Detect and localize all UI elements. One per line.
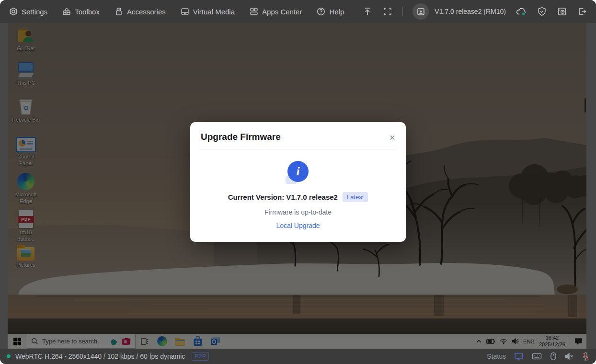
- virtual-media-icon: [180, 7, 190, 16]
- version-row: Current Version: V1.7.0 release2 Latest: [228, 192, 368, 202]
- taskbar-edge-button[interactable]: [153, 334, 171, 349]
- menu-settings[interactable]: Settings: [9, 7, 47, 16]
- menu-help[interactable]: Help: [316, 7, 344, 16]
- p2p-badge: P2P: [192, 352, 209, 361]
- firmware-upgrade-icon: [416, 7, 425, 16]
- desktop-icon-recycle-bin[interactable]: ♻ Recycle Bin: [11, 97, 41, 124]
- battery-icon[interactable]: [486, 339, 495, 344]
- menu-label: Help: [329, 8, 344, 16]
- volume-icon[interactable]: [512, 338, 519, 344]
- taskbar-outlook-button[interactable]: [206, 334, 224, 349]
- statusbar-controls: Status: [487, 352, 589, 361]
- main-menu: Settings Toolbox Accessories Virtual Med…: [9, 7, 344, 16]
- apps-center-icon: [249, 7, 259, 16]
- menu-label: Accessories: [127, 8, 166, 16]
- tray-date: 2025/12/26: [539, 341, 565, 348]
- menu-label: Virtual Media: [193, 8, 235, 16]
- desktop-icon-glinet[interactable]: GL.iNet: [11, 28, 41, 52]
- settings-icon: [9, 7, 18, 16]
- svg-text:♻: ♻: [23, 104, 29, 112]
- toolbox-icon: [62, 7, 71, 16]
- desktop-icon-label: rm10 datas...: [11, 229, 41, 243]
- notification-center-icon[interactable]: [574, 338, 583, 345]
- upload-icon[interactable]: [362, 6, 373, 17]
- dialog-body: i Current Version: V1.7.0 release2 Lates…: [190, 149, 406, 229]
- cloud-status-icon[interactable]: [516, 6, 527, 17]
- stream-info: WebRTC H.264 - 2560x1440 / 102 kbps / 60…: [15, 353, 185, 360]
- dialog-title: Upgrade Firmware: [201, 132, 281, 142]
- stream-status-dot: [7, 354, 11, 358]
- task-view-button[interactable]: [136, 334, 153, 349]
- fullscreen-icon[interactable]: [382, 6, 393, 17]
- topbar: Settings Toolbox Accessories Virtual Med…: [0, 0, 596, 23]
- desktop-icon-edge[interactable]: Microsoft Edge: [11, 173, 41, 205]
- menu-apps-center[interactable]: Apps Center: [249, 7, 302, 16]
- pictures-folder-icon: [17, 247, 34, 261]
- tray-time: 16:42: [539, 335, 565, 341]
- local-upgrade-link[interactable]: Local Upgrade: [276, 222, 320, 229]
- info-icon-wrap: i: [287, 161, 309, 182]
- search-icon: [31, 338, 38, 345]
- pdf-label: PDF: [18, 216, 34, 223]
- taskbar-store-button[interactable]: [189, 334, 206, 349]
- menu-label: Apps Center: [262, 8, 302, 16]
- firmware-version: V1.7.0 release2 (RM10): [435, 8, 506, 15]
- microphone-muted-icon[interactable]: [582, 352, 589, 361]
- topbar-actions: V1.7.0 release2 (RM10): [362, 3, 587, 20]
- tray-clock[interactable]: 16:42 2025/12/26: [539, 335, 565, 348]
- scrollbar-thumb[interactable]: [585, 98, 586, 113]
- tray-divider: [570, 336, 570, 347]
- desktop-icon-pictures[interactable]: Pictures: [11, 247, 41, 269]
- taskbar-explorer-button[interactable]: [171, 334, 189, 349]
- menu-toolbox[interactable]: Toolbox: [62, 7, 100, 16]
- statusbar: WebRTC H.264 - 2560x1440 / 102 kbps / 60…: [0, 349, 596, 364]
- menu-label: Toolbox: [75, 8, 100, 16]
- kvm-app-window: Settings Toolbox Accessories Virtual Med…: [0, 0, 596, 364]
- desktop-icon-label: This PC: [16, 80, 35, 87]
- windows-logo-icon: [13, 338, 21, 345]
- recycle-bin-icon: ♻: [18, 97, 34, 115]
- menu-virtual-media[interactable]: Virtual Media: [180, 7, 235, 16]
- firmware-upgrade-button[interactable]: [413, 3, 429, 20]
- menu-label: Settings: [22, 8, 47, 16]
- user-folder-icon: [17, 28, 35, 44]
- upgrade-firmware-dialog: Upgrade Firmware × i Current Version: V1…: [190, 122, 406, 242]
- history-icon[interactable]: [557, 6, 567, 17]
- monitor-icon: [16, 61, 35, 79]
- dialog-header: Upgrade Firmware ×: [190, 122, 406, 149]
- desktop-icon-label: GL.iNet: [17, 46, 34, 52]
- start-button[interactable]: [8, 334, 27, 349]
- desktop-icon-label: Control Panel: [11, 154, 41, 167]
- tray-language[interactable]: ENG: [523, 339, 535, 344]
- mouse-status-icon[interactable]: [550, 352, 557, 361]
- remote-taskbar: Type here to search: [8, 334, 586, 349]
- logout-icon[interactable]: [577, 6, 587, 17]
- remote-screen-stage: GL.iNet This PC ♻ Recycle Bin: [0, 23, 596, 349]
- accessories-icon: [114, 7, 124, 16]
- search-placeholder: Type here to search: [42, 338, 106, 345]
- file-explorer-icon: [175, 337, 185, 346]
- keyboard-status-icon[interactable]: [532, 353, 542, 360]
- display-status-icon[interactable]: [514, 352, 524, 361]
- shield-check-icon[interactable]: [537, 6, 547, 17]
- taskbar-search[interactable]: Type here to search: [27, 334, 136, 349]
- status-label: Status: [487, 353, 506, 360]
- close-icon[interactable]: ×: [390, 132, 395, 142]
- desktop-icon-this-pc[interactable]: This PC: [11, 61, 41, 87]
- pdf-file-icon: PDF: [19, 210, 33, 228]
- speaker-muted-icon[interactable]: [565, 353, 574, 360]
- search-highlight-photos-icon: [122, 337, 131, 346]
- edge-icon: [157, 336, 167, 346]
- topbar-divider: [402, 7, 403, 16]
- outlook-icon: [210, 337, 220, 346]
- current-version-text: Current Version: V1.7.0 release2: [228, 193, 338, 201]
- wifi-icon[interactable]: [500, 339, 507, 344]
- firmware-status-text: Firmware is up-to-date: [264, 208, 332, 216]
- tray-chevron-icon[interactable]: [476, 338, 482, 344]
- menu-accessories[interactable]: Accessories: [114, 7, 166, 16]
- desktop-icon-control-panel[interactable]: Control Panel: [11, 137, 41, 167]
- desktop-icon-pdf[interactable]: PDF rm10 datas...: [11, 210, 41, 243]
- task-view-icon: [140, 337, 149, 346]
- ms-store-icon: [193, 336, 203, 346]
- system-tray: ENG 16:42 2025/12/26: [476, 334, 586, 349]
